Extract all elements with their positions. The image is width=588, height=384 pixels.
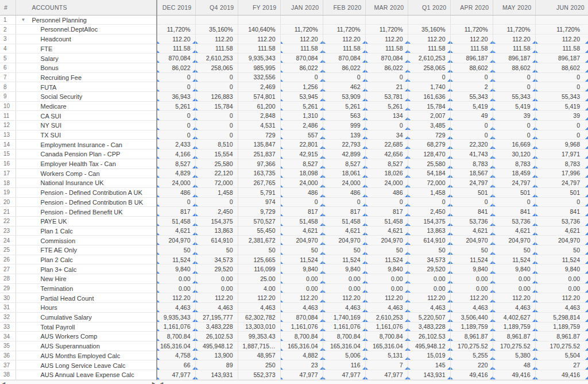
value-cell[interactable]: 112.20: [365, 293, 408, 303]
value-cell[interactable]: 0.00: [195, 283, 238, 293]
value-cell[interactable]: 36,943: [157, 92, 195, 102]
value-cell[interactable]: 220: [450, 360, 493, 370]
value-cell[interactable]: 128,470: [408, 149, 450, 159]
value-cell[interactable]: 11,720%: [493, 25, 535, 34]
value-cell[interactable]: 5,419: [450, 101, 493, 111]
row-number[interactable]: 34: [0, 332, 16, 341]
value-cell[interactable]: [365, 15, 408, 25]
value-cell[interactable]: 22,320: [450, 140, 493, 149]
account-cell[interactable]: Hours: [16, 303, 157, 313]
value-cell[interactable]: 111.58: [195, 44, 238, 53]
value-cell[interactable]: 126,883: [195, 92, 238, 102]
value-cell[interactable]: 42,899: [323, 149, 365, 159]
value-cell[interactable]: 49: [450, 111, 493, 121]
value-cell[interactable]: 0.00: [195, 274, 238, 284]
value-cell[interactable]: 0.00: [157, 274, 195, 284]
account-cell[interactable]: Medicare: [16, 101, 157, 111]
row-number[interactable]: 11: [0, 111, 16, 121]
value-cell[interactable]: 0: [535, 72, 588, 82]
value-cell[interactable]: 0: [280, 72, 323, 82]
value-cell[interactable]: 0.00: [535, 274, 588, 284]
value-cell[interactable]: 1,189,759: [450, 322, 493, 332]
value-cell[interactable]: 4,166: [157, 149, 195, 159]
value-cell[interactable]: 495,948.12: [195, 341, 238, 351]
value-cell[interactable]: 9,840: [323, 264, 365, 274]
value-cell[interactable]: 24,000: [280, 178, 323, 188]
value-cell[interactable]: 112.20: [157, 293, 195, 303]
row-number[interactable]: 33: [0, 322, 16, 332]
value-cell[interactable]: 170,275.52: [535, 341, 588, 351]
row-number[interactable]: 13: [0, 130, 16, 140]
value-cell[interactable]: 50: [238, 245, 280, 255]
value-cell[interactable]: 165,316.04: [323, 341, 365, 351]
value-cell[interactable]: 1,310: [280, 111, 323, 121]
value-cell[interactable]: 22,793: [323, 140, 365, 149]
value-cell[interactable]: 0.00: [535, 283, 588, 293]
account-cell[interactable]: AUS Superannuation: [16, 341, 157, 351]
value-cell[interactable]: 4,463: [195, 303, 238, 313]
value-cell[interactable]: [535, 15, 588, 25]
value-cell[interactable]: 112.20: [535, 293, 588, 303]
value-cell[interactable]: 4,463: [493, 303, 535, 313]
value-cell[interactable]: 53,736: [493, 216, 535, 226]
value-cell[interactable]: 112.20: [493, 34, 535, 44]
value-cell[interactable]: 54,184: [408, 168, 450, 178]
value-cell[interactable]: 2,450: [195, 207, 238, 217]
value-cell[interactable]: 55,343: [450, 92, 493, 102]
value-cell[interactable]: 8,700.84: [365, 332, 408, 341]
row-number[interactable]: 22: [0, 216, 16, 226]
row-number[interactable]: 25: [0, 245, 16, 255]
row-number[interactable]: 19: [0, 187, 16, 197]
value-cell[interactable]: 111.58: [238, 44, 280, 53]
value-cell[interactable]: 8,527: [280, 159, 323, 168]
value-cell[interactable]: 552,373: [238, 370, 280, 379]
value-cell[interactable]: 18,459: [493, 168, 535, 178]
value-cell[interactable]: 11,720%: [450, 25, 493, 34]
account-cell[interactable]: Employer Health Tax - Can: [16, 159, 157, 168]
value-cell[interactable]: 55,343: [493, 92, 535, 102]
value-cell[interactable]: 15,019: [408, 351, 450, 360]
value-cell[interactable]: 112.20: [157, 34, 195, 44]
account-cell[interactable]: Plan 3+ Calc: [16, 264, 157, 274]
account-cell[interactable]: FTE AE Only: [16, 245, 157, 255]
value-cell[interactable]: 501: [493, 187, 535, 197]
value-cell[interactable]: 486: [280, 187, 323, 197]
value-cell[interactable]: 985,995: [238, 63, 280, 72]
value-cell[interactable]: 112.20: [535, 34, 588, 44]
value-cell[interactable]: 841: [535, 207, 588, 217]
row-number[interactable]: 23: [0, 226, 16, 236]
value-cell[interactable]: 5,261: [157, 101, 195, 111]
value-cell[interactable]: 841: [493, 207, 535, 217]
value-cell[interactable]: 5,220,507: [408, 312, 450, 322]
account-cell[interactable]: AUS Annual Leave Expense Calc: [16, 370, 157, 379]
value-cell[interactable]: 50: [365, 245, 408, 255]
value-cell[interactable]: 0: [535, 197, 588, 207]
value-cell[interactable]: 614,910: [408, 236, 450, 245]
value-cell[interactable]: 88,602: [535, 63, 588, 72]
value-cell[interactable]: 204,970: [365, 236, 408, 245]
value-cell[interactable]: 47,977: [323, 370, 365, 379]
value-cell[interactable]: 9,968: [535, 140, 588, 149]
value-cell[interactable]: 50: [323, 245, 365, 255]
value-cell[interactable]: 4,621: [323, 226, 365, 236]
value-cell[interactable]: 614,910: [195, 236, 238, 245]
value-cell[interactable]: 61,200: [238, 101, 280, 111]
value-cell[interactable]: 4,463: [238, 303, 280, 313]
account-cell[interactable]: TX SUI: [16, 130, 157, 140]
value-cell[interactable]: 1,458: [408, 187, 450, 197]
value-cell[interactable]: 204,970: [450, 236, 493, 245]
value-cell[interactable]: 896,187: [450, 53, 493, 63]
value-cell[interactable]: 89: [195, 360, 238, 370]
value-cell[interactable]: 258,065: [195, 63, 238, 72]
value-cell[interactable]: 462: [323, 82, 365, 92]
value-cell[interactable]: 817: [157, 207, 195, 217]
value-cell[interactable]: 111.58: [280, 44, 323, 53]
value-cell[interactable]: 165,316.04: [365, 341, 408, 351]
account-cell[interactable]: Salary: [16, 53, 157, 63]
value-cell[interactable]: 42,915: [280, 149, 323, 159]
value-cell[interactable]: 11,524: [450, 255, 493, 264]
value-cell[interactable]: 8,700.84: [323, 332, 365, 341]
value-cell[interactable]: 53,736: [535, 216, 588, 226]
value-cell[interactable]: 11,720%: [280, 25, 323, 34]
value-cell[interactable]: 870,084: [280, 312, 323, 322]
